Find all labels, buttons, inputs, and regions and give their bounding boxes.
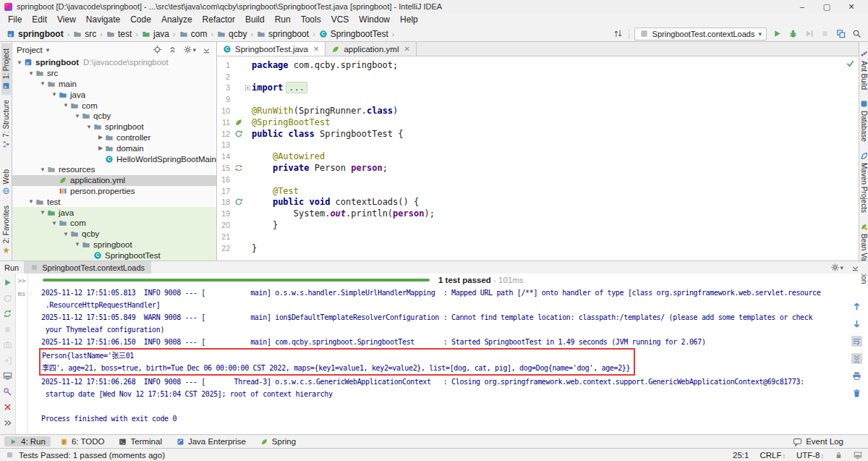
folded-region[interactable]: ...	[286, 82, 307, 93]
right-stripe-tab-maven-projects[interactable]: Maven Projects	[860, 147, 868, 218]
tree-item-domain[interactable]: ▶domain	[12, 143, 216, 153]
toolwindow-tab-4-run[interactable]: 4: Run	[4, 436, 51, 447]
clear-all-button[interactable]	[851, 388, 862, 399]
chevron-down-icon[interactable]: ▼	[50, 220, 59, 227]
chevron-down-icon[interactable]: ▼	[73, 241, 82, 248]
toggle-auto-test-button[interactable]	[2, 308, 13, 319]
chevron-down-icon[interactable]: ▼	[38, 166, 47, 173]
breadcrumb-item-springboot[interactable]: springboot	[256, 29, 310, 39]
menu-refactor[interactable]: Refactor	[197, 14, 240, 25]
search-everywhere-button[interactable]	[851, 28, 862, 39]
chevron-down-icon[interactable]: ▼	[50, 91, 59, 98]
settings-button[interactable]: ▾	[182, 44, 197, 55]
up-stacktrace-button[interactable]	[851, 301, 862, 312]
soft-wrap-button[interactable]	[851, 336, 862, 347]
test-runner-settings-button[interactable]	[2, 386, 13, 397]
menu-analyze[interactable]: Analyze	[156, 14, 197, 25]
close-button[interactable]: ✕	[839, 2, 864, 12]
inspections-ok-icon[interactable]	[846, 59, 855, 68]
chevron-down-icon[interactable]: ▼	[27, 70, 35, 77]
breadcrumb-item-com[interactable]: com	[179, 29, 208, 39]
tree-item-person-properties[interactable]: person.properties	[12, 186, 216, 197]
menu-window[interactable]: Window	[354, 14, 395, 25]
code-editor[interactable]: 1package com.qcby.springboot;23import...…	[217, 56, 859, 261]
close-icon[interactable]: ✕	[313, 45, 319, 53]
minimize-button[interactable]: –	[790, 2, 814, 12]
chevron-down-icon[interactable]: ▼	[38, 80, 47, 87]
highlighting-level-icon[interactable]	[854, 451, 862, 460]
locate-file-button[interactable]	[152, 44, 163, 55]
editor-tab-springboottest-java[interactable]: CSpringbootTest.java✕	[217, 42, 326, 56]
breadcrumb-item-test[interactable]: test	[106, 29, 132, 39]
collapse-all-button[interactable]	[167, 44, 178, 55]
right-stripe-tab-ant-build[interactable]: Ant Build	[860, 45, 868, 95]
menu-view[interactable]: View	[52, 14, 81, 25]
chevron-down-icon[interactable]: ▼	[85, 124, 93, 130]
chevron-down-icon[interactable]: ▼	[61, 231, 70, 237]
chevron-down-icon[interactable]: ▼	[38, 209, 47, 216]
tree-item-helloworldspringbootmain[interactable]: CHelloWorldSpringBootMain	[12, 153, 216, 164]
event-log-button[interactable]: Event Log	[793, 437, 864, 447]
line-ending-select[interactable]: CRLF↕	[760, 451, 786, 460]
tool-stripe-tab-7-structure[interactable]: 7: Structure	[1, 95, 11, 153]
tree-item-java[interactable]: ▼java	[12, 89, 216, 100]
chevron-right-icon[interactable]: ▶	[96, 145, 105, 151]
run-button[interactable]	[772, 28, 783, 39]
tree-item-springboottest[interactable]: CSpringbootTest	[12, 250, 216, 261]
breadcrumb-item-src[interactable]: src	[72, 29, 97, 39]
tree-item-springboot[interactable]: ▼springboot	[12, 122, 216, 132]
chevron-right-icon[interactable]: ▶	[96, 134, 105, 140]
tree-item-application-yml[interactable]: application.yml	[12, 175, 216, 186]
tree-item-resources[interactable]: ▼resources	[12, 164, 216, 175]
menu-build[interactable]: Build	[240, 14, 270, 25]
chevron-down-icon[interactable]: ▼	[61, 102, 70, 109]
scroll-to-end-button[interactable]	[851, 353, 862, 364]
console-output[interactable]: 2025-11-12 17:51:05.813 INFO 9008 --- [ …	[28, 287, 868, 425]
tree-item-com[interactable]: ▼com	[12, 218, 216, 229]
chevron-down-icon[interactable]: ▼	[15, 59, 24, 66]
chevron-down-icon[interactable]: ▾	[46, 46, 50, 54]
more-options-button[interactable]	[2, 418, 13, 428]
print-button[interactable]	[851, 371, 862, 381]
tree-item-springboot[interactable]: ▼springboot	[12, 240, 216, 250]
tree-item-qcby[interactable]: ▼qcby	[12, 111, 216, 122]
update-project-button[interactable]	[613, 28, 624, 39]
tool-stripe-tab-2-favorites[interactable]: 2: Favorites	[1, 200, 11, 259]
menu-tools[interactable]: Tools	[296, 14, 326, 25]
lock-icon[interactable]	[835, 451, 843, 460]
menu-edit[interactable]: Edit	[27, 14, 52, 25]
tree-item-java[interactable]: ▼java	[12, 207, 216, 218]
tool-stripe-tab-web[interactable]: Web	[1, 164, 11, 200]
chevron-down-icon[interactable]: ▼	[27, 198, 35, 205]
right-stripe-tab-database[interactable]: Database	[860, 95, 868, 147]
hide-run-panel-button[interactable]	[850, 262, 861, 273]
gutter-beanarrows-icon[interactable]	[233, 163, 244, 173]
close-button[interactable]	[2, 402, 13, 413]
maximize-button[interactable]: ▢	[814, 2, 839, 12]
expand-tests-icon[interactable]: >>	[18, 277, 26, 284]
editor-tab-application-yml[interactable]: application.yml✕	[326, 42, 416, 56]
run-tab[interactable]: SpringbootTest.contextLoads	[24, 261, 151, 274]
restore-layout-button[interactable]	[2, 371, 13, 381]
tree-item-springboot[interactable]: ▼springbootD:\javacode\springboot	[12, 57, 216, 68]
breadcrumb-item-qcby[interactable]: qcby	[216, 29, 247, 39]
tree-item-controller[interactable]: ▶controller	[12, 132, 216, 143]
menu-help[interactable]: Help	[395, 14, 423, 25]
rerun-button[interactable]	[2, 277, 13, 288]
menu-run[interactable]: Run	[270, 14, 296, 25]
toolwindow-tab-java-enterprise[interactable]: Java Enterprise	[171, 436, 251, 447]
breadcrumb-item-springboottest[interactable]: CSpringbootTest	[318, 29, 389, 39]
project-panel-title[interactable]: Project	[17, 46, 43, 54]
tree-item-qcby[interactable]: ▼qcby	[12, 229, 216, 240]
chevron-down-icon[interactable]: ▼	[73, 113, 82, 119]
tree-item-com[interactable]: ▼com	[12, 100, 216, 111]
gutter-leaf-icon[interactable]	[233, 117, 244, 127]
status-message[interactable]: Tests Passed: 1 passed (moments ago)	[19, 451, 165, 460]
toolwindow-tab-6-todo[interactable]: 6: TODO	[55, 436, 110, 447]
toolwindow-tab-terminal[interactable]: Terminal	[114, 436, 166, 447]
toolwindow-tab-spring[interactable]: Spring	[255, 436, 301, 447]
gutter-runclass-icon[interactable]	[233, 129, 244, 139]
menu-vcs[interactable]: VCS	[326, 14, 354, 25]
close-icon[interactable]: ✕	[404, 45, 409, 53]
manage-targets-button[interactable]	[835, 28, 846, 39]
